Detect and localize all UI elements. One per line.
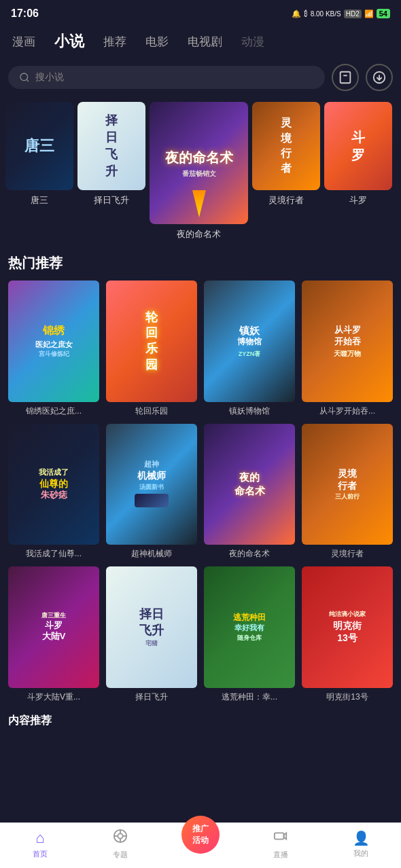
svg-rect-12 (275, 833, 284, 839)
book-cover-0: 锦绣 医妃之庶女 宫斗修炼纪 (8, 281, 99, 402)
svg-point-0 (20, 73, 28, 81)
book-cover-2: 镇妖 博物馆 ZYZN著 (204, 281, 295, 402)
carousel-item-tang3[interactable]: 唐三 唐三 (5, 102, 73, 240)
book-cover-8: 唐三重生 斗罗大陆V (8, 566, 99, 688)
book-cover-1: 轮回乐园 (106, 281, 197, 402)
book-title-1: 轮回乐园 (106, 405, 197, 417)
svg-marker-13 (284, 833, 287, 839)
carousel-title-doul: 斗罗 (349, 194, 367, 206)
carousel-item-doul[interactable]: 斗罗 斗罗 (324, 102, 392, 240)
nav-zhuanti-label: 专题 (113, 850, 128, 860)
download-button[interactable] (366, 64, 393, 91)
battery-icon: 54 (377, 9, 390, 18)
carousel-cover-lingj: 灵境行者 (252, 102, 320, 190)
carousel-title-lingj: 灵境行者 (268, 194, 304, 206)
book-cover-6: 夜的命名术 (204, 424, 295, 545)
zhuanti-icon (113, 829, 128, 848)
book-title-3: 从斗罗开始吞... (302, 405, 393, 417)
home-icon: ⌂ (35, 829, 44, 847)
nav-home-label: 首页 (33, 849, 48, 859)
search-input-wrap[interactable]: 搜小说 (8, 66, 325, 89)
svg-line-1 (27, 79, 29, 82)
speed-text: 8.00 KB/S (311, 10, 341, 18)
nav-profile[interactable]: 👤 我的 (341, 830, 381, 858)
bookmark-button[interactable] (332, 64, 359, 91)
book-cover-9: 择日飞升 宅猪 (106, 566, 197, 688)
book-title-2: 镇妖博物馆 (204, 405, 295, 417)
hd2-badge: HD2 (344, 10, 362, 18)
hot-section-title: 热门推荐 (8, 254, 393, 272)
bottom-nav: ⌂ 首页 专题 推广 活动 直播 👤 我的 (0, 822, 401, 868)
hot-section: 热门推荐 锦绣 医妃之庶女 宫斗修炼纪 锦绣医妃之庶... 轮回乐园 轮回乐园 (0, 243, 401, 708)
book-item-11[interactable]: 纯洁滴小说家 明克街13号 明克街13号 (302, 566, 393, 703)
book-item-8[interactable]: 唐三重生 斗罗大陆V 斗罗大陆V重... (8, 566, 99, 703)
status-bar: 17:06 🔔 ₿ 8.00 KB/S HD2 📶 54 (0, 0, 401, 24)
nav-tabs: 漫画 小说 推荐 电影 电视剧 动漫 (0, 24, 401, 58)
nav-promo[interactable]: 推广 活动 (180, 829, 221, 854)
search-bar-row: 搜小说 (0, 58, 401, 96)
book-title-4: 我活成了仙尊... (8, 548, 99, 560)
status-icons: 🔔 ₿ 8.00 KB/S HD2 📶 54 (292, 9, 390, 18)
live-icon (273, 829, 288, 848)
book-title-8: 斗罗大陆V重... (8, 691, 99, 703)
svg-rect-2 (341, 72, 351, 84)
promo-label1: 推广 (192, 823, 209, 835)
carousel-cover-doul: 斗罗 (324, 102, 392, 190)
tab-xiaoshuo[interactable]: 小说 (50, 29, 88, 54)
book-cover-11: 纯洁滴小说家 明克街13号 (302, 566, 393, 688)
book-title-11: 明克街13号 (302, 691, 393, 703)
nav-home[interactable]: ⌂ 首页 (20, 829, 60, 859)
carousel-title-tang3: 唐三 (31, 194, 48, 206)
book-title-0: 锦绣医妃之庶... (8, 405, 99, 417)
book-title-5: 超神机械师 (106, 548, 197, 560)
book-title-6: 夜的命名术 (204, 548, 295, 560)
nav-zhuanti[interactable]: 专题 (100, 829, 141, 860)
book-item-5[interactable]: 超神 机械师 汤圆新书 超神机械师 (106, 424, 197, 560)
carousel-cover-zerifei: 择日飞升 (77, 102, 145, 190)
book-cover-4: 我活成了 仙尊的 朱砂痣 (8, 424, 99, 545)
book-title-10: 逃荒种田：幸... (204, 691, 295, 703)
tab-dianying[interactable]: 电影 (141, 31, 173, 52)
book-cover-10: 逃荒种田 幸好我有 随身仓库 (204, 566, 295, 688)
more-section-label: 内容推荐 (0, 708, 401, 731)
book-cover-3: 从斗罗开始吞 天噬万物 (302, 281, 393, 402)
carousel-cover-featured: 夜的命名术 番茄畅销文 (150, 102, 248, 224)
search-placeholder: 搜小说 (35, 71, 64, 84)
carousel-title-featured: 夜的命名术 (177, 228, 221, 240)
book-title-9: 择日飞升 (106, 691, 197, 703)
book-item-6[interactable]: 夜的命名术 夜的命名术 (204, 424, 295, 560)
search-icon (19, 72, 30, 83)
carousel-item-lingj[interactable]: 灵境行者 灵境行者 (252, 102, 320, 240)
book-item-4[interactable]: 我活成了 仙尊的 朱砂痣 我活成了仙尊... (8, 424, 99, 560)
carousel-item-zerifei[interactable]: 择日飞升 择日飞升 (77, 102, 145, 240)
profile-icon: 👤 (353, 830, 370, 846)
tab-dongman[interactable]: 动漫 (237, 31, 268, 52)
bluetooth-icon: ₿ (304, 10, 308, 18)
tab-tuijian[interactable]: 推荐 (99, 31, 130, 52)
book-item-0[interactable]: 锦绣 医妃之庶女 宫斗修炼纪 锦绣医妃之庶... (8, 281, 99, 417)
tab-dianshiju[interactable]: 电视剧 (184, 31, 226, 52)
book-item-3[interactable]: 从斗罗开始吞 天噬万物 从斗罗开始吞... (302, 281, 393, 417)
svg-point-6 (118, 833, 122, 838)
book-item-1[interactable]: 轮回乐园 轮回乐园 (106, 281, 197, 417)
status-time: 17:06 (11, 7, 39, 20)
promo-label2: 活动 (192, 835, 209, 846)
nav-live[interactable]: 直播 (260, 829, 301, 860)
book-item-7[interactable]: 灵境行者 三人前行 灵境行者 (302, 424, 393, 560)
signal-icon: 📶 (364, 10, 374, 18)
book-grid: 锦绣 医妃之庶女 宫斗修炼纪 锦绣医妃之庶... 轮回乐园 轮回乐园 镇妖 (8, 281, 393, 703)
carousel-cover-tang3: 唐三 (5, 102, 73, 190)
promo-button[interactable]: 推广 活动 (181, 816, 220, 854)
nav-live-label: 直播 (273, 850, 288, 860)
book-cover-5: 超神 机械师 汤圆新书 (106, 424, 197, 545)
carousel-title-zerifei: 择日飞升 (94, 194, 129, 206)
tab-manhua[interactable]: 漫画 (8, 31, 39, 52)
book-cover-7: 灵境行者 三人前行 (302, 424, 393, 545)
notification-icon: 🔔 (292, 10, 301, 18)
featured-carousel: 唐三 唐三 择日飞升 择日飞升 夜的命名术 番茄畅销文 夜的命名术 灵境行者 灵… (0, 96, 401, 243)
book-item-10[interactable]: 逃荒种田 幸好我有 随身仓库 逃荒种田：幸... (204, 566, 295, 703)
book-item-9[interactable]: 择日飞升 宅猪 择日飞升 (106, 566, 197, 703)
carousel-item-featured[interactable]: 夜的命名术 番茄畅销文 夜的命名术 (150, 102, 248, 240)
book-title-7: 灵境行者 (302, 548, 393, 560)
book-item-2[interactable]: 镇妖 博物馆 ZYZN著 镇妖博物馆 (204, 281, 295, 417)
